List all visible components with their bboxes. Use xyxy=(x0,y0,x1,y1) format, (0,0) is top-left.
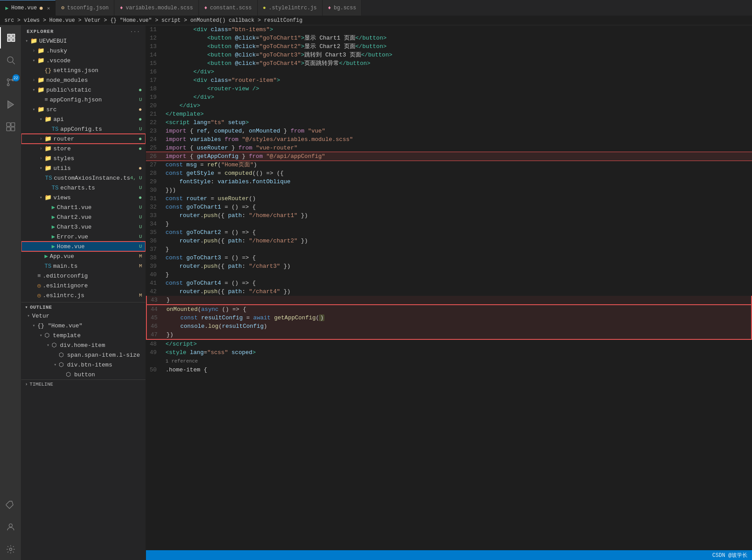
sidebar-item-utils[interactable]: ▾ 📁 utils ● xyxy=(21,163,146,173)
activity-bar: 22 xyxy=(0,25,21,560)
arrow-icon: › xyxy=(37,156,44,161)
sidebar-item-app-vue[interactable]: ▶ App.vue M xyxy=(21,251,146,261)
sidebar-item-router[interactable]: › 📁 router ● xyxy=(21,134,146,144)
item-label: appConfig.ts xyxy=(61,126,102,133)
table-row: 35 const goToChart2 = () => { xyxy=(146,228,752,237)
code-line: const goToChart3 = () => { xyxy=(164,254,752,262)
item-label: ⬡ span.span-item.l-size xyxy=(59,351,140,359)
sidebar-item-styles[interactable]: › 📁 styles xyxy=(21,153,146,163)
code-line: 1 reference xyxy=(164,357,752,366)
explorer-icon[interactable] xyxy=(0,27,21,48)
line-number: 39 xyxy=(146,262,164,270)
item-label: views xyxy=(53,194,71,201)
run-icon[interactable] xyxy=(0,94,21,115)
table-row: 48 </script> xyxy=(146,340,752,348)
outline-div-btn-items[interactable]: ▾ ⬡ div.btn-items xyxy=(21,360,146,370)
line-number: 36 xyxy=(146,237,164,245)
sidebar-item-main-ts[interactable]: TS main.ts M xyxy=(21,261,146,271)
scss-icon: ♦ xyxy=(120,5,123,11)
sidebar-item-custom-axios[interactable]: TS customAxiosInstance.ts 4, U xyxy=(21,173,146,183)
source-control-icon[interactable]: 22 xyxy=(0,72,21,93)
line-number: 20 xyxy=(146,101,164,110)
code-line: } xyxy=(164,270,752,279)
item-label: .vscode xyxy=(46,57,71,64)
outline-div-home-item[interactable]: ▾ ⬡ div.home-item xyxy=(21,340,146,350)
scm-badge: 22 xyxy=(12,74,20,81)
timeline-section[interactable]: › TIMELINE xyxy=(21,379,146,389)
code-line: } xyxy=(165,296,751,304)
badge-u: U xyxy=(139,244,142,249)
js-icon: ● xyxy=(263,5,266,11)
tab-variables-scss[interactable]: ♦ variables.module.scss xyxy=(114,0,198,16)
sidebar-item-api[interactable]: ▾ 📁 api ● xyxy=(21,114,146,124)
svg-point-4 xyxy=(7,57,13,63)
outline-vetur[interactable]: ▾ Vetur xyxy=(21,311,146,321)
settings-icon[interactable] xyxy=(0,539,21,560)
code-line: <button @click="goToChart4">页面跳转异常</butt… xyxy=(164,59,752,68)
table-row: 45 const resultConfig = await getAppConf… xyxy=(146,314,752,322)
outline-header[interactable]: ▾ OUTLINE xyxy=(21,302,146,311)
badge-u: U xyxy=(139,126,142,132)
extensions-icon[interactable] xyxy=(0,116,21,137)
ts-icon: TS xyxy=(45,175,52,181)
svg-point-16 xyxy=(9,548,12,551)
sidebar-item-settings[interactable]: {} settings.json xyxy=(21,65,146,75)
svg-rect-13 xyxy=(6,127,10,131)
tab-tsconfig[interactable]: ⚙ tsconfig.json xyxy=(56,0,114,16)
line-number: 14 xyxy=(146,51,164,59)
sidebar-item-error[interactable]: ▶ Error.vue U xyxy=(21,232,146,242)
sidebar-item-views[interactable]: ▾ 📁 views ● xyxy=(21,193,146,202)
code-line: </div> xyxy=(164,68,752,76)
sidebar-item-home[interactable]: ▶ Home.vue U xyxy=(21,242,146,251)
table-row: 14 <button @click="goToChart3">跳转到 Chart… xyxy=(146,51,752,59)
sidebar-item-node-modules[interactable]: › 📁 node_modules xyxy=(21,75,146,85)
code-line: <router-view /> xyxy=(164,85,752,93)
line-number: 31 xyxy=(146,194,164,203)
table-row: 44 onMounted(async () => { xyxy=(146,304,752,314)
table-row: 21 </template> xyxy=(146,110,752,118)
account-icon[interactable] xyxy=(0,516,21,538)
code-editor[interactable]: 11 <div class="btn-items"> 12 <button @c… xyxy=(146,25,752,550)
tab-bg-scss[interactable]: ♦ bg.scss xyxy=(323,0,362,16)
test-icon[interactable] xyxy=(0,494,21,516)
outline-template[interactable]: ▾ ⬡ template xyxy=(21,330,146,340)
sidebar-item-eslintrc[interactable]: ◎ .eslintrc.js M xyxy=(21,290,146,300)
modified-dot: ● xyxy=(138,165,142,172)
code-line: <style lang="scss" scoped> xyxy=(164,348,752,357)
badge-m: M xyxy=(139,263,142,269)
tree-root[interactable]: ▾ 📁 UEVWEBUI xyxy=(21,36,146,46)
sidebar-item-public[interactable]: ▾ 📁 public\static ● xyxy=(21,85,146,95)
sidebar-item-chart2[interactable]: ▶ Chart2.vue U xyxy=(21,212,146,222)
close-icon[interactable]: ✕ xyxy=(47,5,50,11)
search-icon[interactable] xyxy=(0,49,21,71)
tab-stylelintrc[interactable]: ● .stylelintrc.js xyxy=(258,0,323,16)
sidebar-item-vscode[interactable]: ▾ 📁 .vscode xyxy=(21,56,146,65)
sidebar-menu-icon[interactable]: ··· xyxy=(130,29,140,34)
item-label: public\static xyxy=(46,87,91,93)
outline-span[interactable]: ⬡ span.span-item.l-size xyxy=(21,350,146,360)
sidebar-item-store[interactable]: › 📁 store ● xyxy=(21,144,146,153)
sidebar-item-chart3[interactable]: ▶ Chart3.vue U xyxy=(21,222,146,232)
sidebar-item-husky[interactable]: › 📁 .husky xyxy=(21,46,146,56)
sidebar-item-src[interactable]: ▾ 📁 src ● xyxy=(21,105,146,114)
sidebar-item-appconfig-ts[interactable]: TS appConfig.ts U xyxy=(21,124,146,134)
code-line: import variables from "@/styles/variable… xyxy=(164,135,752,144)
line-number: 15 xyxy=(146,59,164,68)
vue-icon: ▶ xyxy=(44,253,48,260)
table-row: 30 })) xyxy=(146,186,752,194)
outline-button[interactable]: ⬡ button xyxy=(21,370,146,379)
sidebar-item-chart1[interactable]: ▶ Chart1.vue U xyxy=(21,202,146,212)
tab-constant-scss[interactable]: ♦ constant.scss xyxy=(199,0,258,16)
arrow-icon: ▾ xyxy=(52,362,59,367)
tab-home-vue[interactable]: ▶ Home.vue ✕ xyxy=(0,0,56,16)
arrow-icon: ▾ xyxy=(30,87,37,93)
sidebar-item-echarts[interactable]: TS echarts.ts U xyxy=(21,183,146,193)
sidebar-item-eslintignore[interactable]: ◎ .eslintignore xyxy=(21,281,146,290)
line-number: 50 xyxy=(146,366,164,374)
sidebar-item-editorconfig[interactable]: ≡ .editorconfig xyxy=(21,271,146,281)
folder-icon: 📁 xyxy=(44,194,52,201)
sidebar-item-appconfig-hjson[interactable]: ≡ appConfig.hjson U xyxy=(21,95,146,105)
status-text: CSDN @玻学长 xyxy=(712,552,748,559)
outline-home-vue[interactable]: ▾ {} "Home.vue" xyxy=(21,321,146,330)
folder-icon: 📁 xyxy=(37,47,44,54)
